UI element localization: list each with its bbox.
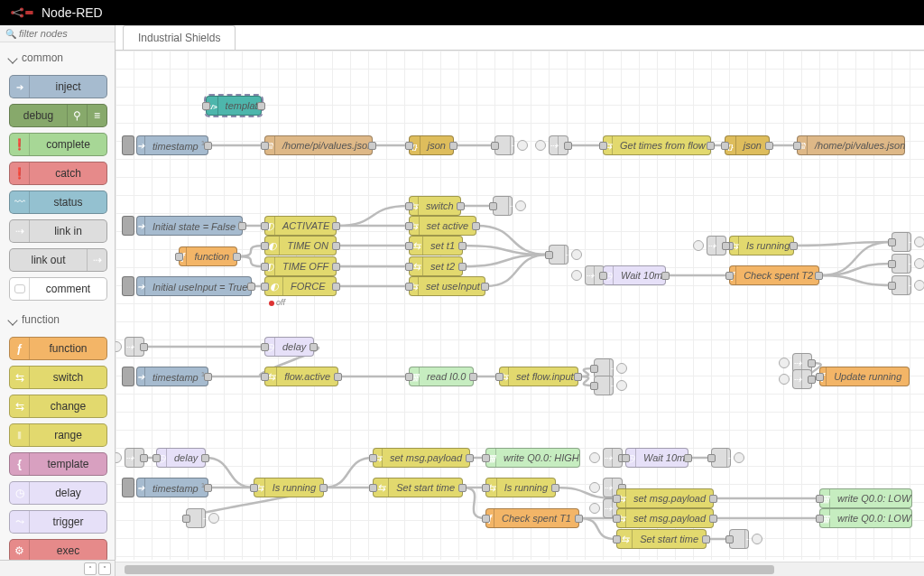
flow-node-n_isrun3[interactable]: Is running bbox=[485, 478, 556, 497]
output-port[interactable] bbox=[201, 454, 209, 462]
input-port[interactable] bbox=[369, 454, 377, 462]
flow-node-n_readI0[interactable]: read I0.0 bbox=[409, 367, 474, 386]
output-port[interactable] bbox=[332, 242, 340, 250]
output-port[interactable] bbox=[458, 484, 467, 492]
input-port[interactable] bbox=[590, 382, 598, 390]
inject-button[interactable] bbox=[122, 216, 134, 236]
link-port[interactable] bbox=[116, 452, 122, 463]
link-port[interactable] bbox=[515, 200, 526, 211]
input-port[interactable] bbox=[369, 484, 377, 492]
output-port[interactable] bbox=[466, 454, 474, 462]
input-port[interactable] bbox=[482, 515, 490, 523]
flow-node-n_checkT1[interactable]: Check spent T1 bbox=[485, 508, 579, 528]
horizontal-scrollbar[interactable] bbox=[116, 562, 924, 576]
palette-node-delay[interactable]: delay bbox=[9, 481, 107, 505]
input-port[interactable] bbox=[261, 222, 269, 230]
palette-node-change[interactable]: change bbox=[9, 395, 107, 418]
flow-node-n_delay2[interactable]: delay bbox=[264, 337, 314, 357]
link-port[interactable] bbox=[589, 503, 600, 514]
input-port[interactable] bbox=[816, 495, 824, 503]
flow-node-n_wait10b[interactable]: Wait 10ms bbox=[625, 448, 688, 468]
flow-node-n_isrun1[interactable]: Is running bbox=[729, 236, 794, 255]
input-port[interactable] bbox=[261, 142, 269, 150]
flow-node-n_linkout2[interactable] bbox=[493, 196, 513, 216]
input-port[interactable] bbox=[725, 535, 734, 543]
output-port[interactable] bbox=[564, 142, 572, 150]
link-port[interactable] bbox=[589, 452, 600, 463]
flow-node-n_ts1[interactable]: timestamp 1 bbox=[136, 135, 208, 155]
tab-industrial-shields[interactable]: Industrial Shields bbox=[123, 25, 236, 50]
output-port[interactable] bbox=[661, 272, 670, 280]
input-port[interactable] bbox=[405, 263, 413, 271]
flow-node-n_json1[interactable]: json bbox=[409, 135, 454, 155]
palette-node-range[interactable]: range bbox=[9, 423, 107, 447]
palette-node-inject[interactable]: inject bbox=[9, 75, 107, 98]
inject-button[interactable] bbox=[122, 135, 134, 155]
palette-node-status[interactable]: status bbox=[9, 190, 107, 214]
flow-node-n_init_false[interactable]: Initial state = False 1 bbox=[136, 216, 243, 236]
input-port[interactable] bbox=[182, 515, 190, 523]
flow-node-n_linkout3[interactable] bbox=[549, 245, 568, 265]
output-port[interactable] bbox=[332, 263, 340, 271]
scrollbar-thumb[interactable] bbox=[125, 565, 774, 574]
link-port[interactable] bbox=[914, 258, 924, 269]
flow-node-n_linkout_m[interactable] bbox=[711, 448, 731, 468]
flow-node-n_setmsg3[interactable]: set msg.payload bbox=[616, 508, 714, 528]
palette-node-linkin[interactable]: link in bbox=[9, 219, 107, 243]
input-port[interactable] bbox=[152, 454, 161, 462]
flow-node-n_init_use[interactable]: Initial useInput = True 1 bbox=[136, 276, 252, 296]
input-port[interactable] bbox=[261, 373, 269, 381]
output-port[interactable] bbox=[472, 222, 480, 230]
input-port[interactable] bbox=[489, 202, 497, 210]
flow-node-n_linkout_r1[interactable] bbox=[892, 232, 911, 252]
input-port[interactable] bbox=[613, 535, 621, 543]
palette-node-template[interactable]: template bbox=[9, 452, 107, 476]
flow-node-n_linkout_b2[interactable] bbox=[186, 508, 206, 528]
flow-node-n_template_top[interactable]: template bbox=[206, 96, 262, 116]
palette-filter[interactable]: 🔍 bbox=[0, 25, 115, 42]
output-port[interactable] bbox=[457, 202, 465, 210]
input-port[interactable] bbox=[405, 222, 413, 230]
link-port[interactable] bbox=[734, 452, 744, 463]
inject-button[interactable] bbox=[122, 367, 134, 386]
flow-node-n_timeoff[interactable]: TIME OFF bbox=[264, 256, 337, 276]
flow-node-n_ts3[interactable]: timestamp 1 bbox=[136, 367, 208, 386]
palette-category-function[interactable]: function bbox=[9, 306, 107, 331]
link-port[interactable] bbox=[616, 363, 627, 374]
output-port[interactable] bbox=[458, 263, 467, 271]
output-port[interactable] bbox=[233, 253, 241, 261]
output-port[interactable] bbox=[257, 102, 265, 110]
input-port[interactable] bbox=[816, 515, 824, 523]
flow-canvas[interactable]: templatetimestamp 1/home/pi/values.jsonj… bbox=[116, 51, 924, 560]
flow-node-n_linkin_ur2[interactable] bbox=[792, 369, 812, 389]
palette-node-exec[interactable]: exec bbox=[9, 539, 107, 560]
output-port[interactable] bbox=[247, 283, 255, 291]
flow-node-n_sett1[interactable]: set t1 bbox=[409, 236, 463, 255]
input-port[interactable] bbox=[599, 142, 607, 150]
output-port[interactable] bbox=[332, 283, 340, 291]
output-port[interactable] bbox=[815, 272, 823, 280]
input-port[interactable] bbox=[816, 373, 824, 381]
flow-node-n_wq0l1[interactable]: write Q0.0: LOW bbox=[819, 488, 912, 508]
link-port[interactable] bbox=[779, 374, 790, 385]
output-port[interactable] bbox=[204, 142, 212, 150]
output-port[interactable] bbox=[722, 242, 730, 250]
flow-node-n_linkin_m[interactable] bbox=[603, 448, 623, 468]
output-port[interactable] bbox=[332, 222, 340, 230]
flow-node-n_delay3[interactable]: delay bbox=[156, 448, 206, 468]
collapse-down-icon[interactable]: ˅ bbox=[98, 562, 111, 575]
flow-node-n_file1[interactable]: /home/pi/values.json bbox=[264, 135, 373, 155]
palette-node-debug[interactable]: debug bbox=[9, 104, 107, 127]
input-port[interactable] bbox=[793, 142, 801, 150]
output-port[interactable] bbox=[140, 343, 148, 351]
link-port[interactable] bbox=[208, 513, 219, 524]
link-port[interactable] bbox=[589, 482, 600, 493]
output-port[interactable] bbox=[684, 454, 692, 462]
input-port[interactable] bbox=[261, 343, 269, 351]
input-port[interactable] bbox=[590, 365, 598, 373]
input-port[interactable] bbox=[175, 253, 183, 261]
output-port[interactable] bbox=[449, 142, 457, 150]
output-port[interactable] bbox=[368, 142, 376, 150]
flow-node-n_fn1[interactable]: function bbox=[179, 246, 237, 266]
output-port[interactable] bbox=[765, 142, 773, 150]
